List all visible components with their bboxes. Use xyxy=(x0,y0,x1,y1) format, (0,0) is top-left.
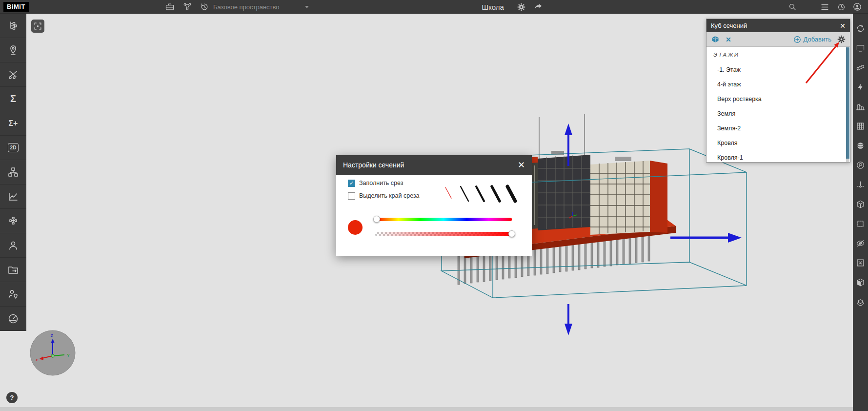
section-settings-gear-icon[interactable] xyxy=(837,35,846,43)
fit-screen-icon[interactable] xyxy=(853,38,868,58)
left-toolbar: Σ Σ+ 2D xyxy=(0,14,26,331)
isolate-cube-icon[interactable] xyxy=(853,272,868,292)
navigation-ball[interactable]: z Y x xyxy=(30,330,76,376)
floor-item[interactable]: -1. Этаж xyxy=(707,62,850,77)
hide-box-icon[interactable] xyxy=(853,253,868,272)
dialog-header[interactable]: Настройки сечений ✕ xyxy=(336,155,532,175)
project-title: Школа xyxy=(464,0,522,14)
settings-gear-icon[interactable] xyxy=(516,1,526,12)
drawings-2d-icon[interactable]: 2D xyxy=(0,136,26,160)
opacity-slider-handle[interactable] xyxy=(508,230,515,237)
floors-list: ЭТАЖИ -1. Этаж 4-й этаж Верх ростверка З… xyxy=(707,47,850,163)
line-style-options[interactable] xyxy=(440,183,524,206)
section-settings-dialog: Настройки сечений ✕ ✓ Заполнить срез Выд… xyxy=(336,155,532,256)
floor-item[interactable]: Верх ростверка xyxy=(707,92,850,106)
share-icon[interactable] xyxy=(533,1,544,12)
sum-plus-icon[interactable]: Σ+ xyxy=(0,111,26,136)
highlight-edge-label: Выделить край среза xyxy=(359,192,420,200)
recent-clock-icon[interactable] xyxy=(836,1,847,12)
right-toolbar xyxy=(853,14,868,411)
axis-x-label: x xyxy=(35,357,38,362)
cube-icon[interactable] xyxy=(853,194,868,214)
section-cube-tool-icon[interactable] xyxy=(711,35,720,44)
plugins-icon[interactable] xyxy=(0,209,26,233)
add-section-button[interactable]: Добавить xyxy=(793,36,831,43)
floor-item[interactable]: Земля xyxy=(707,106,850,121)
sphere-icon[interactable] xyxy=(853,136,868,155)
ruler-icon[interactable] xyxy=(853,58,868,77)
placemark-icon[interactable] xyxy=(0,38,26,62)
orbit-icon[interactable] xyxy=(853,19,868,38)
person-icon[interactable] xyxy=(0,233,26,258)
help-button[interactable]: ? xyxy=(6,392,18,403)
sum-icon[interactable]: Σ xyxy=(0,87,26,111)
chevron-down-icon xyxy=(305,6,309,8)
highlight-edge-checkbox[interactable] xyxy=(348,192,355,200)
focus-target-button[interactable] xyxy=(31,20,44,33)
viewfinder-icon xyxy=(33,21,42,31)
opacity-slider[interactable] xyxy=(375,232,512,236)
clash-icon[interactable] xyxy=(0,62,26,87)
dialog-close-icon[interactable]: ✕ xyxy=(518,161,525,169)
topbar: BiMiT Базовое пространство Школа xyxy=(0,0,868,14)
hue-slider[interactable] xyxy=(375,218,512,221)
grid-icon[interactable] xyxy=(853,116,868,136)
hue-slider-handle[interactable] xyxy=(373,216,380,223)
search-icon[interactable] xyxy=(787,1,798,12)
explode-cube-icon[interactable] xyxy=(853,292,868,311)
workspace-dropdown[interactable]: Базовое пространство xyxy=(213,0,309,14)
floor-item[interactable]: Кровля xyxy=(707,136,850,150)
dialog-title: Настройки сечений xyxy=(343,161,404,169)
toolbox-icon[interactable] xyxy=(164,1,175,12)
panel-toolbar: ✕ Добавить xyxy=(707,32,850,47)
bottom-strip xyxy=(0,407,853,411)
section-cube-panel: Куб сечений ✕ ✕ Добавить xyxy=(706,19,850,163)
remove-section-icon[interactable]: ✕ xyxy=(726,36,731,43)
eye-off-icon[interactable] xyxy=(853,233,868,253)
app-logo[interactable]: BiMiT xyxy=(3,2,29,12)
add-section-label: Добавить xyxy=(804,36,831,43)
lightning-icon[interactable] xyxy=(853,77,868,97)
cut-plane-icon[interactable] xyxy=(853,175,868,194)
model-tree-icon[interactable] xyxy=(0,14,26,38)
axis-z-label: z xyxy=(50,333,53,338)
selection-box-icon[interactable] xyxy=(853,214,868,233)
fill-section-checkbox[interactable]: ✓ xyxy=(348,180,355,187)
opacity-gradient xyxy=(375,232,512,236)
section-color-swatch[interactable] xyxy=(348,220,363,235)
panel-header[interactable]: Куб сечений ✕ xyxy=(707,19,850,32)
gauge-icon[interactable] xyxy=(0,307,26,331)
user-icon[interactable] xyxy=(852,1,863,12)
floors-group-header: ЭТАЖИ xyxy=(707,47,850,62)
panel-close-icon[interactable]: ✕ xyxy=(840,22,846,29)
chart-icon[interactable] xyxy=(0,185,26,209)
person-location-icon[interactable] xyxy=(0,282,26,307)
building-icon[interactable] xyxy=(853,97,868,116)
gizmo-arrow-right[interactable] xyxy=(670,233,742,243)
plan-icon[interactable] xyxy=(853,155,868,175)
menu-icon[interactable] xyxy=(819,1,830,12)
team-network-icon[interactable] xyxy=(182,1,193,12)
floor-item[interactable]: Земля-2 xyxy=(707,121,850,136)
folder-share-icon[interactable] xyxy=(0,258,26,282)
panel-scrollbar-thumb[interactable] xyxy=(846,47,849,159)
panel-title: Куб сечений xyxy=(711,22,747,29)
fill-section-label: Заполнить срез xyxy=(359,180,403,187)
plus-circle-icon xyxy=(793,36,801,43)
structure-icon[interactable] xyxy=(0,160,26,185)
history-icon[interactable] xyxy=(199,1,210,12)
floor-item[interactable]: Кровля-1 xyxy=(707,150,850,163)
axis-y-label: Y xyxy=(67,353,70,358)
floor-item[interactable]: 4-й этаж xyxy=(707,77,850,92)
gizmo-arrow-down[interactable] xyxy=(565,304,572,335)
workspace-label: Базовое пространство xyxy=(213,3,280,11)
